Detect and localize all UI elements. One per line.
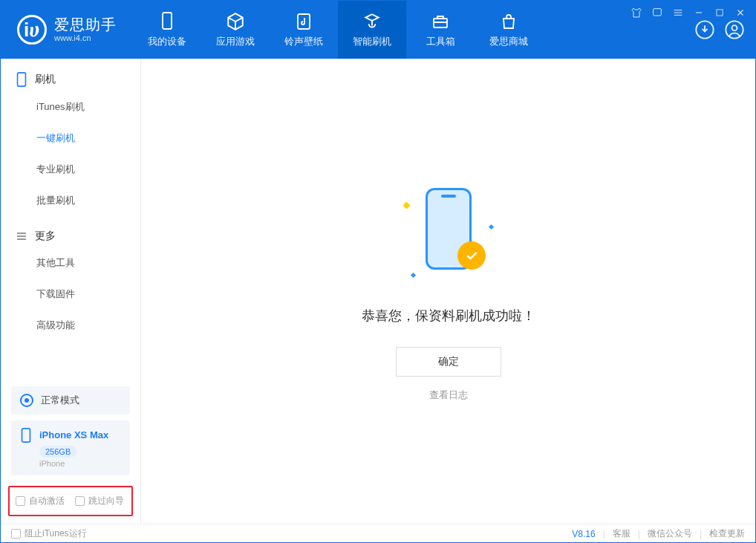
ok-button[interactable]: 确定 [396, 347, 501, 377]
account-button[interactable] [724, 19, 745, 40]
svg-rect-2 [163, 13, 172, 29]
refresh-icon [362, 11, 382, 32]
device-type: iPhone [39, 459, 121, 468]
download-button[interactable] [694, 19, 715, 40]
minimize-button[interactable] [692, 6, 706, 19]
group-label: 更多 [35, 230, 56, 243]
maximize-button[interactable] [713, 6, 726, 19]
options-box: 自动激活 跳过向导 [8, 486, 133, 516]
bag-icon [498, 11, 519, 32]
version-label: V8.16 [572, 529, 595, 539]
svg-rect-4 [434, 19, 447, 27]
nav-label: 我的设备 [148, 35, 186, 48]
checkbox-block-itunes[interactable]: 阻止iTunes运行 [11, 527, 87, 540]
logo-icon: iሀ [17, 15, 47, 45]
device-phone-icon [20, 428, 33, 441]
nav-store[interactable]: 爱思商城 [475, 1, 543, 59]
menu-icon[interactable] [671, 6, 685, 19]
check-update-link[interactable]: 检查更新 [709, 527, 745, 540]
nav-label: 爱思商城 [489, 35, 528, 48]
nav-smart-flash[interactable]: 智能刷机 [338, 1, 406, 59]
mode-card[interactable]: 正常模式 [11, 386, 130, 414]
footer: 阻止iTunes运行 V8.16 | 客服 | 微信公众号 | 检查更新 [1, 524, 755, 543]
nav-apps-games[interactable]: 应用游戏 [201, 1, 270, 59]
nav-label: 应用游戏 [216, 35, 255, 48]
view-log-link[interactable]: 查看日志 [429, 388, 468, 402]
svg-rect-1 [717, 10, 723, 16]
checkbox-skip-guide[interactable]: 跳过向导 [75, 495, 124, 507]
success-illustration [404, 181, 493, 284]
sidebar-item-advanced[interactable]: 高级功能 [1, 310, 140, 341]
sidebar-item-itunes-flash[interactable]: iTunes刷机 [1, 91, 140, 123]
music-icon [293, 11, 314, 32]
wechat-link[interactable]: 微信公众号 [648, 527, 692, 540]
sidebar-item-batch-flash[interactable]: 批量刷机 [1, 185, 140, 216]
device-capacity: 256GB [39, 446, 76, 458]
checkbox-label: 自动激活 [29, 495, 65, 507]
sidebar-item-other-tools[interactable]: 其他工具 [1, 247, 140, 279]
app-subtitle: www.i4.cn [54, 33, 117, 43]
phone-icon [16, 72, 27, 87]
close-button[interactable] [734, 6, 747, 19]
checkbox-icon [16, 496, 25, 506]
device-card[interactable]: iPhone XS Max 256GB iPhone [11, 420, 130, 475]
svg-rect-8 [18, 73, 26, 86]
mode-status-icon [20, 394, 33, 407]
feedback-icon[interactable] [651, 6, 664, 19]
svg-point-6 [726, 21, 743, 38]
checkbox-icon [75, 496, 85, 506]
nav-ringtone-wallpaper[interactable]: 铃声壁纸 [270, 1, 338, 59]
sidebar-item-download-firmware[interactable]: 下载固件 [1, 279, 140, 310]
sidebar-group-flash: 刷机 [1, 59, 140, 91]
logo[interactable]: iሀ 爱思助手 www.i4.cn [1, 1, 133, 59]
nav-label: 智能刷机 [353, 35, 391, 48]
group-label: 刷机 [35, 73, 56, 86]
svg-rect-3 [298, 14, 310, 29]
cube-icon [225, 11, 246, 32]
app-body: 刷机 iTunes刷机 一键刷机 专业刷机 批量刷机 更多 其他工具 下载固件 … [1, 59, 755, 524]
checkbox-label: 阻止iTunes运行 [25, 527, 87, 540]
success-message: 恭喜您，保资料刷机成功啦！ [362, 307, 535, 325]
main-content: 恭喜您，保资料刷机成功啦！ 确定 查看日志 [141, 59, 755, 524]
svg-point-7 [732, 25, 737, 30]
device-name: iPhone XS Max [39, 429, 108, 440]
device-icon [157, 11, 177, 32]
more-icon [16, 230, 27, 242]
titlebar [630, 6, 747, 19]
nav-label: 铃声壁纸 [284, 35, 323, 48]
checkbox-auto-activate[interactable]: 自动激活 [16, 495, 65, 507]
svg-rect-0 [654, 9, 662, 16]
check-badge-icon [457, 241, 486, 270]
nav-toolbox[interactable]: 工具箱 [406, 1, 475, 59]
sidebar: 刷机 iTunes刷机 一键刷机 专业刷机 批量刷机 更多 其他工具 下载固件 … [1, 59, 141, 524]
checkbox-label: 跳过向导 [88, 495, 124, 507]
nav-my-device[interactable]: 我的设备 [133, 1, 201, 59]
toolbox-icon [430, 11, 451, 32]
sidebar-group-more: 更多 [1, 216, 140, 247]
svg-rect-9 [22, 429, 30, 442]
nav-label: 工具箱 [426, 35, 455, 48]
app-title: 爱思助手 [54, 16, 117, 33]
sidebar-item-oneclick-flash[interactable]: 一键刷机 [1, 123, 140, 154]
support-link[interactable]: 客服 [613, 527, 630, 540]
mode-label: 正常模式 [41, 394, 79, 407]
skin-icon[interactable] [630, 6, 643, 19]
top-nav: 我的设备 应用游戏 铃声壁纸 智能刷机 工具箱 爱思商城 [133, 1, 543, 59]
checkbox-icon [11, 529, 21, 539]
sidebar-item-pro-flash[interactable]: 专业刷机 [1, 154, 140, 185]
